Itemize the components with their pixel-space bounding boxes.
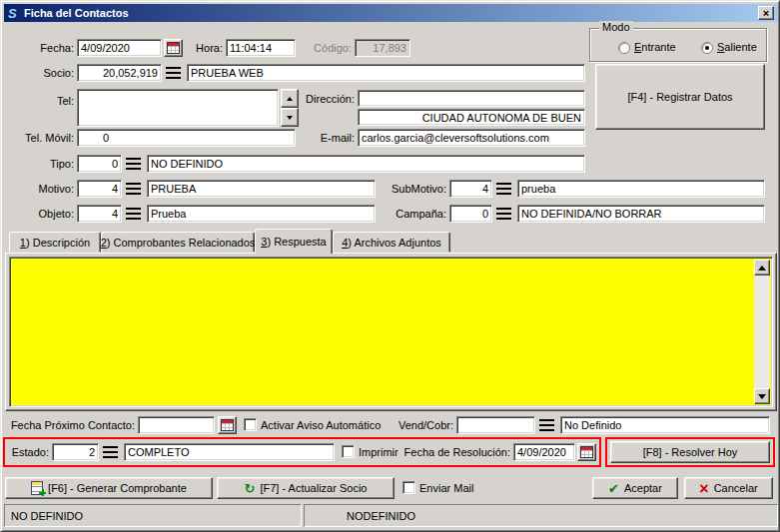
tab2-rest: ) Comprobantes Relacionados [107, 237, 256, 249]
close-icon: × [763, 8, 769, 18]
up-arrow-icon [758, 266, 766, 270]
resolucion-label: Fecha de Resolución: [402, 446, 510, 459]
aviso-checkbox[interactable] [244, 418, 257, 431]
direccion-ciudad-field[interactable]: CIUDAD AUTONOMA DE BUEN [358, 109, 585, 126]
vend-field[interactable] [456, 416, 535, 434]
imprimir-checkbox[interactable] [342, 445, 355, 458]
estado-label: Estado: [7, 446, 49, 459]
tab-descripcion[interactable]: 1) Descripción [9, 232, 101, 253]
aceptar-button[interactable]: ✔Aceptar [592, 477, 678, 499]
close-button[interactable]: × [758, 6, 774, 20]
down-arrow-icon [287, 116, 293, 120]
title-bar[interactable]: S Ficha del Contactos × [4, 4, 778, 22]
fecha-field[interactable]: 4/09/2020 [77, 39, 162, 57]
tab-respuesta[interactable]: 3) Respuesta [255, 229, 333, 254]
tel-movil-label: Tel. Móvil: [7, 132, 74, 145]
tab-archivos[interactable]: 4) Archivos Adjuntos [333, 232, 450, 253]
estado-list-icon[interactable] [103, 446, 118, 458]
f6-generar-comprobante-button[interactable]: [F6] - Generar Comprobante [5, 477, 213, 499]
f4-registrar-datos-button[interactable]: [F4] - Registrar Datos [595, 64, 765, 130]
refresh-icon: ↻ [245, 482, 256, 495]
submotivo-label: SubMotivo: [385, 183, 446, 196]
radio-saliente-label: Saliente [717, 41, 757, 54]
radio-entrante[interactable] [618, 42, 630, 54]
codigo-field: 17,893 [355, 39, 410, 57]
email-label: E-mail: [300, 132, 355, 145]
document-icon [31, 481, 43, 495]
fecha-calendar-button[interactable] [164, 39, 183, 57]
cancelar-button[interactable]: ×Cancelar [684, 477, 773, 499]
motivo-desc-field[interactable]: PRUEBA [147, 180, 376, 198]
enviar-mail-label: Enviar Mail [419, 482, 473, 495]
calendar-icon [167, 42, 180, 54]
submotivo-desc-field[interactable]: prueba [517, 180, 765, 198]
tab4-rest: ) Archivos Adjuntos [348, 237, 441, 249]
respuesta-textarea[interactable] [12, 260, 752, 404]
tab3-rest: ) Respuesta [267, 236, 326, 248]
objeto-field[interactable]: 4 [77, 205, 122, 223]
cancelar-label: Cancelar [714, 482, 758, 494]
fecha-label: Fecha: [19, 42, 74, 55]
statusbar-left-panel: NO DEFINIDO [4, 504, 302, 527]
f7-actualizar-socio-button[interactable]: ↻[F7] - Actualizar Socio [217, 477, 394, 499]
tipo-list-icon[interactable] [126, 158, 141, 170]
campana-desc-field[interactable]: NO DEFINIDA/NO BORRAR [517, 205, 765, 223]
hora-field[interactable]: 11:04:14 [226, 39, 296, 57]
vend-list-icon[interactable] [539, 419, 554, 431]
codigo-label: Código: [300, 42, 352, 55]
direccion-field[interactable] [358, 90, 585, 107]
tipo-desc-field[interactable]: NO DEFINIDO [147, 155, 585, 173]
campana-list-icon[interactable] [496, 208, 511, 220]
statusbar-left-text: NO DEFINIDO [11, 510, 83, 522]
check-icon: ✔ [608, 482, 619, 495]
f4-label: [F4] - Registrar Datos [627, 91, 732, 103]
socio-list-icon[interactable] [166, 67, 181, 79]
submotivo-field[interactable]: 4 [449, 180, 492, 198]
tel-scroll-up-button[interactable] [281, 89, 299, 108]
email-field[interactable]: carlos.garcia@cleversoftsolutions.com [358, 129, 585, 147]
estado-desc-field[interactable]: COMPLETO [124, 443, 335, 461]
motivo-field[interactable]: 4 [77, 180, 122, 198]
window-title: Ficha del Contactos [24, 7, 758, 19]
socio-label: Socio: [19, 67, 74, 80]
direccion-label: Dirección: [300, 93, 355, 106]
objeto-desc-field[interactable]: Prueba [147, 205, 376, 223]
vend-desc-field[interactable]: No Definido [560, 416, 770, 434]
up-arrow-icon [287, 97, 293, 101]
radio-entrante-label: Entrante [634, 41, 676, 54]
proximo-calendar-button[interactable] [218, 416, 237, 434]
tab-comprobantes[interactable]: 2) Comprobantes Relacionados [101, 232, 255, 253]
calendar-icon [221, 419, 234, 431]
socio-nombre-field[interactable]: PRUEBA WEB [187, 64, 585, 82]
tipo-field[interactable]: 0 [77, 155, 122, 173]
down-arrow-icon [758, 394, 766, 399]
calendar-icon [580, 446, 593, 458]
f8-resolver-hoy-button[interactable]: [F8] - Resolver Hoy [610, 441, 770, 463]
scrollbar-up-button[interactable] [754, 260, 770, 275]
motivo-label: Motivo: [19, 183, 74, 196]
radio-saliente[interactable] [701, 42, 713, 54]
resolucion-field[interactable]: 4/09/2020 [513, 443, 575, 461]
objeto-label: Objeto: [19, 208, 74, 221]
tel-scroll-down-button[interactable] [281, 108, 299, 127]
proximo-contacto-field[interactable] [138, 416, 215, 434]
enviar-mail-checkbox[interactable] [402, 481, 415, 494]
vend-label: Vend/Cobr: [394, 419, 453, 432]
socio-field[interactable]: 20,052,919 [77, 64, 162, 82]
resolucion-calendar-button[interactable] [577, 443, 596, 461]
f6-label: [F6] - Generar Comprobante [48, 482, 187, 494]
tel-field[interactable] [77, 89, 279, 127]
campana-field[interactable]: 0 [449, 205, 492, 223]
tel-movil-field[interactable]: 0 [77, 129, 296, 147]
imprimir-label: Imprimir [359, 446, 398, 459]
scrollbar-down-button[interactable] [754, 388, 770, 404]
tel-label: Tel: [19, 95, 74, 108]
estado-field[interactable]: 2 [52, 443, 99, 461]
objeto-list-icon[interactable] [126, 208, 141, 220]
submotivo-list-icon[interactable] [496, 183, 511, 195]
motivo-list-icon[interactable] [126, 183, 141, 195]
respuesta-scrollbar[interactable] [754, 260, 770, 404]
aceptar-label: Aceptar [624, 482, 662, 494]
f8-label: [F8] - Resolver Hoy [643, 446, 738, 458]
tipo-label: Tipo: [19, 158, 74, 171]
